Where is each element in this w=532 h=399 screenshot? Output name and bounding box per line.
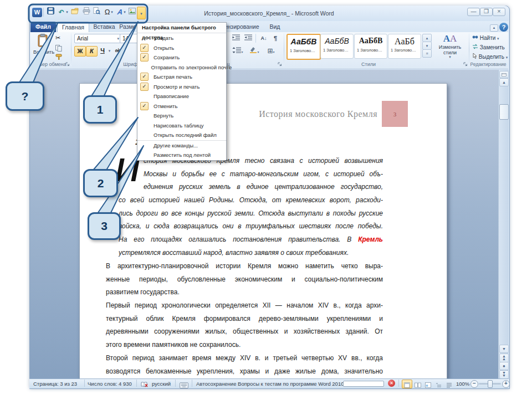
select-button[interactable]: Выделить ▾	[472, 53, 508, 62]
menu-item-quick-print[interactable]: ✓Быстрая печать	[137, 72, 226, 82]
save-icon[interactable]	[46, 7, 55, 17]
menu-item-save[interactable]: ✓Сохранить	[137, 53, 226, 63]
styles-dialog-launcher-icon[interactable]	[463, 62, 468, 68]
keyboard-layout-icon[interactable]	[180, 381, 188, 391]
status-autosave-text: Автосохранение Вопросы к тестам по прогр…	[196, 381, 345, 387]
menu-item-show-below-ribbon[interactable]: ✓Разместить под лентой	[137, 150, 226, 160]
select-label: Выделить	[479, 54, 504, 60]
style-card[interactable]: АаБб 1 Заголово…	[388, 34, 421, 59]
zoom-in-button[interactable]: +	[502, 380, 510, 388]
line-spacing-icon[interactable]: ▾	[231, 47, 245, 56]
menu-item-open-recent[interactable]: ✓Открыть последний файл	[137, 130, 226, 140]
view-web-layout-button[interactable]	[423, 380, 433, 388]
wordart-dropdown-icon[interactable]: ▾	[122, 7, 127, 17]
restore-button[interactable]: ❐	[480, 8, 493, 16]
zoom-slider-thumb[interactable]	[488, 380, 493, 388]
increase-indent-icon[interactable]	[243, 34, 254, 43]
cancel-autosave-icon[interactable]: ✕	[388, 380, 395, 387]
previous-page-icon[interactable]: ▲▲	[499, 354, 509, 362]
status-separator	[136, 380, 137, 387]
replace-button[interactable]: Заменить	[472, 44, 505, 52]
change-styles-label: Изменить стили	[433, 44, 467, 55]
change-styles-button[interactable]: АА Изменить стили ▼	[433, 33, 467, 61]
view-draft-button[interactable]	[444, 380, 454, 388]
ruler-toggle-button[interactable]	[499, 71, 509, 78]
tab-insert[interactable]: Вставка	[89, 22, 119, 32]
status-page-indicator[interactable]: Страница: 3 из 23	[33, 381, 77, 387]
style-label: 1 Заголово…	[355, 48, 387, 53]
minimize-button[interactable]: —	[467, 8, 480, 16]
status-language[interactable]: русский	[152, 381, 171, 387]
status-separator	[175, 380, 176, 387]
clipboard-dialog-launcher-icon[interactable]	[65, 62, 70, 68]
italic-button[interactable]: К	[86, 46, 98, 57]
zoom-level[interactable]: 100%	[456, 381, 469, 387]
tab-view[interactable]: Вид	[265, 22, 284, 32]
paste-button[interactable]: Вставить ▼	[33, 34, 52, 62]
underline-dropdown-icon[interactable]: ▾	[107, 46, 112, 55]
style-label: 1 Заголово…	[321, 48, 353, 53]
status-word-count[interactable]: Число слов: 4 930	[88, 381, 132, 387]
cut-icon[interactable]: ✂	[55, 34, 60, 42]
style-card[interactable]: АаБбВ 1 Заголово…	[354, 34, 387, 59]
styles-scroll-up-icon[interactable]: ▴	[422, 34, 432, 42]
tab-file[interactable]: Файл	[30, 22, 56, 32]
menu-item-open[interactable]: ✓Открыть	[137, 43, 226, 53]
menu-item-email[interactable]: ✓Отправить по электронной почте	[137, 63, 226, 73]
menu-item-draw-table[interactable]: ✓Нарисовать таблицу	[137, 121, 226, 131]
bold-button[interactable]: Ж	[74, 46, 86, 57]
paragraph-dialog-launcher-icon[interactable]	[277, 62, 283, 68]
quick-print-icon[interactable]	[81, 7, 91, 17]
paragraph-2: В архитектурно-планировочной истории Кре…	[106, 260, 383, 299]
document-page[interactable]: История московского Кремля 3 1.1 Введени…	[79, 83, 447, 378]
zoom-out-button[interactable]: −	[470, 380, 478, 388]
replace-label: Заменить	[480, 44, 505, 50]
styles-scroll-down-icon[interactable]: ▾	[422, 42, 432, 50]
menu-item-print-preview[interactable]: ✓Просмотр и печать	[137, 82, 226, 92]
style-preview: АаБб	[388, 37, 421, 48]
text-line: Первый период хронологически определяетс…	[106, 299, 383, 313]
close-button[interactable]: ×	[493, 8, 505, 16]
spelling-check-icon[interactable]	[141, 380, 149, 390]
picture-icon[interactable]	[127, 7, 137, 17]
scroll-down-icon[interactable]: ▼	[499, 345, 509, 353]
find-button[interactable]: Найти ▾	[472, 34, 499, 43]
styles-gallery-expand-icon[interactable]: ≡	[422, 49, 432, 58]
underline-button[interactable]: Ч	[98, 46, 107, 55]
select-browse-object-icon[interactable]: ●	[499, 362, 509, 370]
qat-separator	[43, 8, 44, 17]
replace-icon	[472, 44, 478, 52]
style-card[interactable]: АаБбВ 1 Заголово…	[320, 34, 354, 59]
menu-item-more-commands[interactable]: ✓Другие команды...	[137, 140, 226, 151]
text-line: войска, и сюда возвращались они в триумф…	[119, 220, 383, 233]
scroll-up-icon[interactable]: ▲	[499, 78, 509, 86]
autosave-progress-bar	[343, 381, 384, 387]
view-print-layout-button[interactable]	[402, 380, 412, 388]
undo-dropdown-icon[interactable]: ▾	[65, 7, 69, 17]
paragraph-3: Первый период хронологически определяетс…	[106, 299, 383, 352]
shading-icon[interactable]: ▾	[247, 47, 262, 56]
view-outline-button[interactable]	[433, 380, 444, 388]
font-name-combo[interactable]: Arial▾	[74, 34, 121, 43]
tab-home[interactable]: Главная	[57, 22, 89, 33]
view-fullscreen-reading-button[interactable]	[412, 380, 423, 388]
customize-qat-button[interactable]: ▾	[137, 7, 146, 19]
paste-label: Вставить	[33, 49, 52, 55]
decrease-indent-icon[interactable]	[231, 34, 242, 43]
print-preview-icon[interactable]	[92, 7, 101, 17]
symbol-dropdown-icon[interactable]: ▾	[110, 7, 114, 17]
next-page-icon[interactable]: ▼▼	[499, 370, 509, 379]
help-button[interactable]: ?	[499, 23, 508, 32]
strikethrough-button[interactable]: abc	[113, 46, 125, 55]
menu-item-spelling[interactable]: ✓Правописание	[137, 91, 226, 101]
collapse-ribbon-button[interactable]: ▲	[490, 24, 498, 32]
font-size-combo[interactable]: 14	[120, 34, 138, 43]
menu-item-undo[interactable]: ✓Отменить	[137, 101, 226, 111]
open-icon[interactable]	[70, 7, 80, 17]
style-card-selected[interactable]: АаБбВ 1 Заголово…	[287, 34, 321, 60]
borders-icon[interactable]: ⊞▾	[264, 47, 278, 56]
menu-item-redo[interactable]: ✓Вернуть	[137, 111, 226, 121]
sort-icon[interactable]: А↓	[258, 34, 269, 43]
scrollbar-thumb[interactable]	[499, 104, 509, 120]
show-marks-icon[interactable]: ¶	[270, 34, 280, 43]
